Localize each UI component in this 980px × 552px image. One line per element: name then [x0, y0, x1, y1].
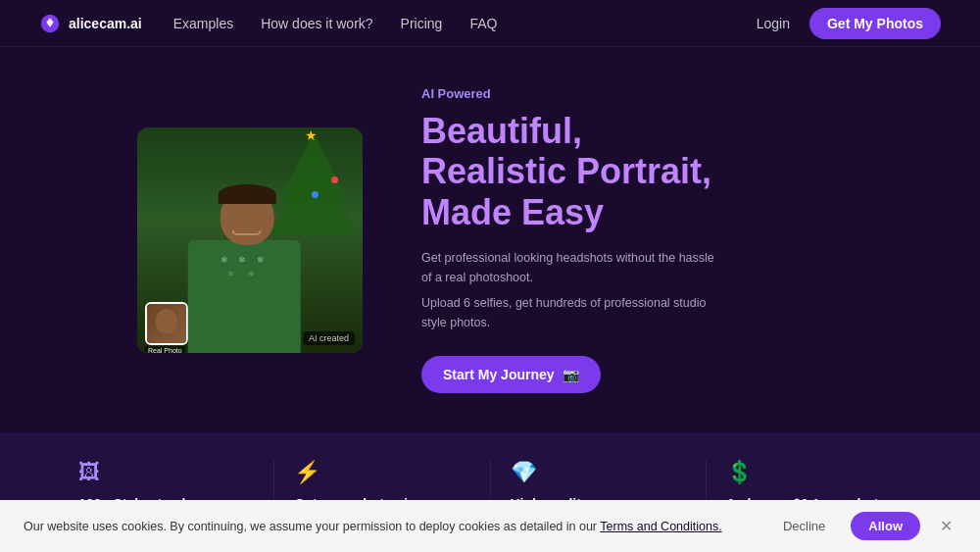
camera-icon: 📷 — [563, 367, 579, 382]
ornament-red — [331, 176, 338, 183]
hero-text: AI Powered Beautiful, Realistic Portrait… — [421, 86, 715, 393]
hero-desc-2: Upload 6 selfies, get hundreds of profes… — [421, 293, 715, 332]
snowflake-row2: ❄ ❄ — [196, 270, 293, 278]
feature-icon-2: 💎 — [511, 460, 686, 485]
logo[interactable]: alicecam.ai — [39, 13, 142, 34]
cookie-terms-link[interactable]: Terms and Conditions. — [600, 520, 721, 533]
ornament-blue — [312, 191, 318, 198]
close-cookie-button[interactable]: ✕ — [936, 517, 956, 535]
login-button[interactable]: Login — [757, 16, 790, 31]
nav-links: Examples How does it work? Pricing FAQ — [173, 16, 498, 31]
start-journey-button[interactable]: Start My Journey 📷 — [421, 356, 601, 393]
svg-point-1 — [48, 18, 52, 22]
person-smile — [232, 230, 262, 235]
decline-button[interactable]: Decline — [773, 513, 835, 539]
start-btn-label: Start My Journey — [443, 367, 555, 382]
allow-button[interactable]: Allow — [851, 512, 920, 540]
thumb-inner — [147, 304, 186, 343]
nav-examples[interactable]: Examples — [173, 16, 233, 31]
hero-main-image: ★ ❄ ❄ ❄ ❄ ❄ AI created — [137, 127, 363, 353]
person-hair — [219, 184, 276, 204]
hero-desc-1: Get professional looking headshots witho… — [421, 248, 715, 287]
hero-section: ★ ❄ ❄ ❄ ❄ ❄ AI created — [0, 47, 980, 432]
feature-icon-0: 🖼 — [78, 460, 254, 485]
cookie-text: Our website uses cookies. By continuing,… — [24, 520, 758, 533]
navbar: alicecam.ai Examples How does it work? P… — [0, 0, 980, 47]
logo-text: alicecam.ai — [69, 16, 142, 31]
nav-faq[interactable]: FAQ — [469, 16, 497, 31]
cookie-text-main: Our website uses cookies. By continuing,… — [24, 520, 597, 533]
logo-icon — [39, 13, 61, 34]
ai-badge: AI created — [303, 331, 355, 345]
real-photo-thumb — [145, 302, 188, 345]
feature-icon-1: ⚡ — [294, 460, 469, 485]
cookie-banner: Our website uses cookies. By continuing,… — [0, 500, 980, 552]
feature-icon-3: 💲 — [726, 460, 902, 485]
nav-how-it-works[interactable]: How does it work? — [261, 16, 372, 31]
hero-title: Beautiful, Realistic Portrait, Made Easy — [421, 111, 715, 232]
thumb-face — [156, 309, 177, 333]
navbar-right: Login Get My Photos — [757, 8, 941, 39]
person-body: ❄ ❄ ❄ ❄ ❄ — [188, 240, 301, 353]
snowflake-pattern: ❄ ❄ ❄ — [196, 255, 293, 265]
nav-pricing[interactable]: Pricing — [401, 16, 443, 31]
real-photo-label: Real Photo — [145, 346, 185, 353]
navbar-left: alicecam.ai Examples How does it work? P… — [39, 13, 497, 34]
person-head — [220, 188, 274, 245]
star-icon: ★ — [305, 127, 318, 143]
hero-image-container: ★ ❄ ❄ ❄ ❄ ❄ AI created — [137, 127, 363, 353]
get-photos-button[interactable]: Get My Photos — [809, 8, 941, 39]
ai-powered-label: AI Powered — [421, 86, 715, 101]
